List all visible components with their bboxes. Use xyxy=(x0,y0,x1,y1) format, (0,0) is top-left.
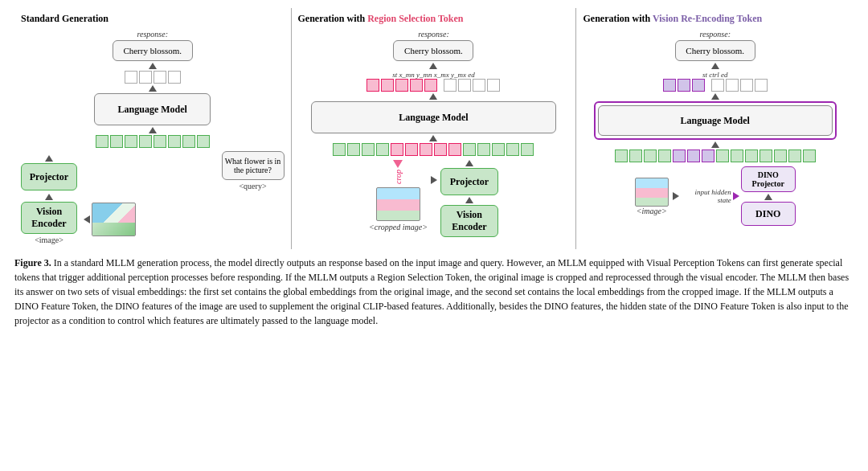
token xyxy=(110,135,123,148)
p1-arrow1 xyxy=(149,63,157,69)
token xyxy=(473,79,485,92)
p3-hidden-state-label: input hidden state xyxy=(683,188,731,204)
token-pink xyxy=(410,79,423,92)
p2-response-label: response: xyxy=(418,30,449,39)
p3-dino-proj-arrow xyxy=(764,194,772,200)
token xyxy=(125,71,137,84)
p1-query-tag: <query> xyxy=(239,182,266,190)
token-pink xyxy=(366,79,379,92)
p2-proj-arrow xyxy=(465,160,473,166)
token xyxy=(139,71,152,84)
p2-special-label: st x_mn y_mn x_mx y_mx ed xyxy=(392,71,475,79)
p2-language-model: Language Model xyxy=(311,101,555,133)
token xyxy=(168,135,181,148)
p1-image-arrow-row xyxy=(84,203,136,236)
p1-tokens-bottom xyxy=(96,135,210,148)
p3-image-tag: <image> xyxy=(637,207,667,215)
p1-image xyxy=(92,203,136,236)
p1-arrow3 xyxy=(149,127,157,133)
caption-text: In a standard MLLM generation process, t… xyxy=(14,257,849,326)
p1-vision-encoder: Vision Encoder xyxy=(21,202,77,234)
p1-query-box: What flower is in the picture? xyxy=(222,151,285,180)
token-pink xyxy=(381,79,394,92)
p3-image xyxy=(635,178,669,207)
caption-label: Figure 3. xyxy=(14,257,51,268)
p1-ve-arrow xyxy=(45,194,53,200)
token-pink xyxy=(424,79,437,92)
p2-arrow-right xyxy=(431,176,437,184)
p2-cropped-image xyxy=(376,187,420,221)
p1-image-tag: <image> xyxy=(35,236,63,244)
p2-arrow2 xyxy=(429,93,437,100)
p3-language-model: Language Model xyxy=(598,105,833,136)
p3-lm-wrapper: Language Model xyxy=(594,101,837,140)
token xyxy=(96,135,108,148)
p3-arrow-right xyxy=(673,192,679,200)
p3-dino: DINO xyxy=(741,202,796,226)
p1-projector: Projector xyxy=(21,163,77,190)
panel3-title: Generation with Vision Re-Encoding Token xyxy=(583,13,847,25)
p1-arrow2 xyxy=(149,85,157,92)
p3-arrow1 xyxy=(711,63,719,69)
diagram-area: Standard Generation response: Cherry blo… xyxy=(14,8,854,249)
p2-image-tag: <cropped image> xyxy=(369,223,428,231)
p2-arrow3 xyxy=(429,135,437,141)
p3-arrow2 xyxy=(711,93,719,100)
token xyxy=(182,135,195,148)
token xyxy=(168,71,181,84)
p2-arrow1 xyxy=(429,63,437,69)
token-pink xyxy=(395,79,408,92)
panel2-title: Generation with Region Selection Token xyxy=(298,13,570,25)
p3-response-label: response: xyxy=(699,30,731,39)
p3-arrow3 xyxy=(711,141,719,148)
p2-tokens-top xyxy=(366,79,500,92)
p2-crop-label: crop xyxy=(394,170,403,184)
token xyxy=(154,71,166,84)
p1-tokens-top xyxy=(125,71,181,84)
p2-vision-encoder: Vision Encoder xyxy=(440,205,498,237)
p1-language-model: Language Model xyxy=(94,93,211,125)
token xyxy=(125,135,137,148)
token xyxy=(444,79,457,92)
panel-vision: Generation with Vision Re-Encoding Token… xyxy=(576,8,854,249)
p2-ve-arrow xyxy=(465,197,473,203)
p3-special-label: st ctrl ed xyxy=(702,71,728,79)
p1-response-label: response: xyxy=(137,30,169,39)
token xyxy=(139,135,152,148)
panel-standard: Standard Generation response: Cherry blo… xyxy=(14,8,292,249)
token xyxy=(487,79,500,92)
p1-arrow-left xyxy=(84,215,90,223)
p2-projector: Projector xyxy=(440,168,498,195)
p3-tokens-top xyxy=(663,79,768,92)
token xyxy=(197,135,210,148)
p3-tokens-bottom xyxy=(615,149,816,162)
main-container: Standard Generation response: Cherry blo… xyxy=(14,8,854,328)
caption: Figure 3. In a standard MLLM generation … xyxy=(14,256,854,328)
panel-region: Generation with Region Selection Token r… xyxy=(292,8,577,249)
p2-crop-arrow xyxy=(393,160,403,168)
p1-response-box: Cherry blossom. xyxy=(113,40,193,61)
token xyxy=(458,79,471,92)
panel1-title: Standard Generation xyxy=(21,13,285,25)
p3-dino-projector: DINO Projector xyxy=(741,166,796,192)
p1-proj-arrow xyxy=(45,155,53,162)
p2-tokens-bottom xyxy=(333,143,534,156)
p2-response-box: Cherry blossom. xyxy=(393,40,473,61)
token xyxy=(154,135,166,148)
p3-response-box: Cherry blossom. xyxy=(675,40,755,61)
p3-hidden-arrow xyxy=(733,192,739,200)
